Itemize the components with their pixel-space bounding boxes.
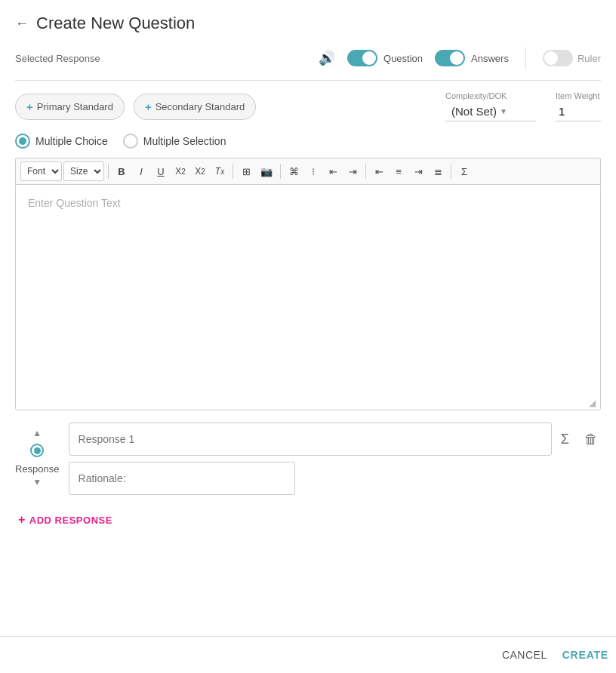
- rationale-input[interactable]: [69, 462, 295, 495]
- table-button[interactable]: ⊞: [237, 161, 255, 181]
- primary-standard-plus-icon: +: [26, 100, 33, 113]
- underline-button[interactable]: U: [152, 161, 170, 181]
- size-select[interactable]: Size: [63, 161, 104, 181]
- response-formula-button[interactable]: Σ: [558, 429, 572, 450]
- multiple-selection-radio[interactable]: [123, 134, 138, 149]
- complexity-value: (Not Set): [451, 105, 497, 118]
- add-response-label: ADD RESPONSE: [29, 515, 112, 526]
- formula-button[interactable]: Σ: [455, 161, 473, 181]
- align-right-button[interactable]: ⇥: [409, 161, 427, 181]
- back-arrow-icon[interactable]: ←: [15, 16, 29, 32]
- multiple-selection-option[interactable]: Multiple Selection: [123, 134, 226, 149]
- multiple-choice-option[interactable]: Multiple Choice: [15, 134, 108, 149]
- answers-toggle-label: Answers: [471, 53, 509, 64]
- delete-response-button[interactable]: 🗑: [581, 429, 601, 450]
- clear-format-button[interactable]: Tx: [211, 161, 229, 181]
- response-1-input[interactable]: [69, 423, 552, 456]
- question-editor[interactable]: Enter Question Text ◢: [15, 184, 601, 410]
- ruler-toggle-label: Ruler: [578, 53, 601, 64]
- subscript-button[interactable]: X2: [171, 161, 189, 181]
- resize-handle-icon[interactable]: ◢: [589, 398, 598, 407]
- secondary-standard-button[interactable]: + Secondary Standard: [134, 94, 256, 120]
- ordered-list-button[interactable]: ⌘: [285, 161, 303, 181]
- multiple-choice-radio[interactable]: [15, 134, 30, 149]
- secondary-standard-label: Secondary Standard: [156, 101, 245, 112]
- footer: CANCEL CREATE: [0, 636, 616, 673]
- align-center-button[interactable]: ≡: [390, 161, 408, 181]
- selected-response-label: Selected Response: [15, 53, 100, 64]
- multiple-selection-label: Multiple Selection: [143, 135, 226, 147]
- speaker-icon[interactable]: 🔊: [319, 50, 335, 66]
- superscript-button[interactable]: X2: [191, 161, 209, 181]
- complexity-select[interactable]: Complexity/DOK (Not Set) ▼: [445, 91, 536, 121]
- response-label: Response: [15, 463, 60, 475]
- editor-toolbar: Font Size B I U X2 X2 Tx ⊞ 📷 ⌘ ⁝ ⇤ ⇥ ⇤ ≡…: [15, 158, 601, 184]
- image-button[interactable]: 📷: [257, 161, 276, 181]
- font-select[interactable]: Font: [20, 161, 62, 181]
- align-left-button[interactable]: ⇤: [370, 161, 388, 181]
- multiple-choice-label: Multiple Choice: [35, 135, 108, 147]
- response-radio[interactable]: [30, 444, 44, 457]
- increase-indent-button[interactable]: ⇥: [343, 161, 362, 181]
- complexity-label: Complexity/DOK: [445, 91, 536, 100]
- question-toggle[interactable]: [347, 50, 377, 66]
- complexity-dropdown-icon: ▼: [500, 107, 507, 115]
- decrease-indent-button[interactable]: ⇤: [324, 161, 342, 181]
- question-toggle-label: Question: [383, 53, 423, 64]
- justify-button[interactable]: ≣: [429, 161, 447, 181]
- response-nav: ▲ Response ▼: [15, 423, 60, 487]
- unordered-list-button[interactable]: ⁝: [304, 161, 322, 181]
- add-response-plus-icon: +: [18, 513, 26, 527]
- add-response-button[interactable]: + ADD RESPONSE: [18, 513, 112, 527]
- ruler-toggle[interactable]: [543, 50, 573, 66]
- bold-button[interactable]: B: [112, 161, 131, 181]
- secondary-standard-plus-icon: +: [145, 100, 152, 113]
- response-inputs: Σ: [69, 423, 572, 501]
- cancel-button[interactable]: CANCEL: [502, 649, 547, 661]
- primary-standard-label: Primary Standard: [37, 101, 113, 112]
- nav-up-arrow-icon[interactable]: ▲: [32, 429, 42, 438]
- create-button[interactable]: CREATE: [562, 649, 608, 661]
- nav-down-arrow-icon[interactable]: ▼: [32, 478, 42, 487]
- answers-toggle[interactable]: [435, 50, 465, 66]
- page-title: Create New Question: [36, 14, 195, 33]
- item-weight-input[interactable]: [556, 102, 601, 121]
- editor-placeholder: Enter Question Text: [28, 197, 121, 209]
- italic-button[interactable]: I: [132, 161, 150, 181]
- item-weight-label: Item Weight: [556, 91, 601, 100]
- primary-standard-button[interactable]: + Primary Standard: [15, 94, 125, 120]
